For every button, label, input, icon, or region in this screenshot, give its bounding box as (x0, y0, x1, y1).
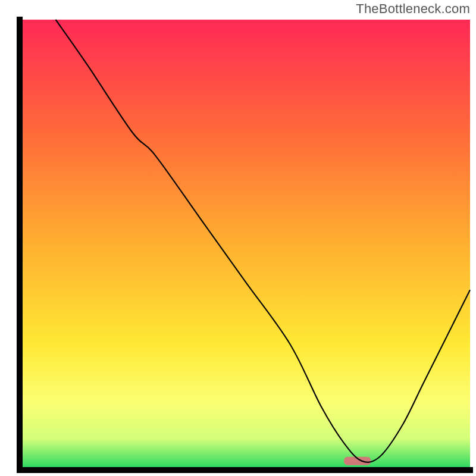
chart-container: TheBottleneck.com (0, 0, 476, 476)
watermark-text: TheBottleneck.com (356, 1, 470, 17)
bottleneck-chart (0, 0, 476, 476)
plot-background (20, 20, 470, 470)
